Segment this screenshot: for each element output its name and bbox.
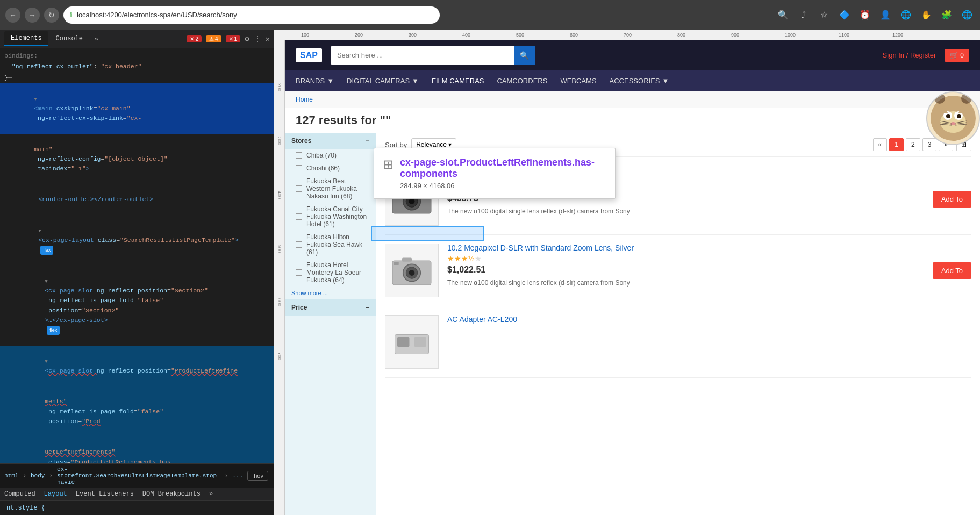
checkbox-choshi[interactable] [296,165,302,171]
search-input[interactable] [331,51,514,59]
main-layout: Elements Console » ✕2 ⚠4 ✕1 ⚙ ⋮ ✕ bindin… [0,30,980,515]
page-prev[interactable]: « [873,138,888,151]
tab-elements[interactable]: Elements [4,31,48,46]
product-image-3 [385,315,439,369]
tab-computed[interactable]: Computed [4,490,35,498]
profile-icon[interactable]: 🌐 [960,8,975,23]
selector-html[interactable]: html [4,473,18,479]
price-collapse-icon[interactable]: − [366,304,369,311]
tab-dom-breakpoints[interactable]: DOM Breakpoints [142,490,201,498]
extension4-icon[interactable]: 🌐 [898,8,913,23]
sidebar-item-fukuoka-hilton[interactable]: Fukuoka Hilton Fukuoka Sea Hawk (61) [285,231,376,259]
nav-film-cameras[interactable]: FILM CAMERAS [432,71,484,90]
page-3[interactable]: 3 [922,138,937,151]
checkbox-chiba[interactable] [296,152,302,159]
code-page-layout[interactable]: <cx-page-layout class="SearchResultsList… [0,215,274,266]
close-icon[interactable]: ✕ [266,34,270,44]
search-button[interactable]: 🔍 [514,46,535,65]
nav-camcorders[interactable]: CAMCORDERS [497,71,547,90]
tab-event-listeners[interactable]: Event Listeners [76,490,134,498]
url-text[interactable]: localhost:4200/electronics-spa/en/USD/se… [77,11,237,19]
nav-digital-cameras[interactable]: DIGITAL CAMERAS ▼ [347,71,419,90]
style-section: nt.style { [0,500,274,515]
checkbox-fukuoka-monterey[interactable] [296,269,302,276]
code-main-element[interactable]: <main cxskiplink="cx-main" ng-reflect-cx… [0,83,274,134]
product-title-3[interactable]: AC Adapter AC-L200 [447,315,971,324]
tab-more[interactable]: » [90,33,103,45]
stores-collapse-icon[interactable]: − [366,137,369,145]
nav-brands[interactable]: BRANDS ▼ [296,71,334,90]
bottom-more[interactable]: » [209,490,213,498]
add-to-cart-btn-2[interactable]: Add To [933,262,971,279]
sidebar-item-fukuoka-monterey[interactable]: Fukuoka Hotel Monterey La Soeur Fukuoka … [285,259,376,287]
selector-cx-storefront[interactable]: cx-storefront.SearchResultsListPageTempl… [57,466,220,485]
sap-app: SAP 🔍 Sign In / Register 🛒 0 BRANDS [285,40,980,515]
checkbox-fukuoka-bw[interactable] [296,185,302,192]
selector-bar: html › body › cx-storefront.SearchResult… [0,463,274,488]
devtools-tab-bar: Elements Console » ✕2 ⚠4 ✕1 ⚙ ⋮ ✕ [0,30,274,48]
code-line[interactable]: bindings: [0,51,274,61]
sidebar-item-fukuoka-bw[interactable]: Fukuoka Best Western Fukuoka Nakasu Inn … [285,175,376,203]
tab-layout[interactable]: Layout [44,490,67,498]
share-icon-btn[interactable]: ⤴ [796,8,811,23]
page-1[interactable]: 1 [889,138,904,151]
settings-icon[interactable]: ⚙ [245,34,249,44]
code-router[interactable]: <router-outlet></router-outlet> [0,184,274,215]
extension1-icon[interactable]: 🔷 [837,8,852,23]
selector-more[interactable]: ... [232,473,243,479]
product-title-2[interactable]: 10.2 Megapixel D-SLR with Standard Zoom … [447,244,924,252]
sidebar-item-label: Fukuoka Canal City Fukuoka Washington Ho… [306,205,369,228]
console-count: ✕1 [226,35,241,42]
bookmark-icon-btn[interactable]: ☆ [817,8,832,23]
back-button[interactable]: ← [5,8,20,23]
extension2-icon[interactable]: ⏰ [857,8,872,23]
nav-accessories[interactable]: ACCESSORIES ▼ [610,71,669,90]
tooltip-content: ⊞ cx-page-slot.ProductLeftRefinements.ha… [383,157,606,190]
nav-webcams[interactable]: WEBCAMS [560,71,596,90]
code-product-left[interactable]: <cx-page-slot ng-reflect-position="Produ… [0,346,274,387]
extension3-icon[interactable]: 👤 [878,8,893,23]
tab-console[interactable]: Console [49,32,89,46]
show-more-stores[interactable]: Show more ... [285,287,376,299]
reload-button[interactable]: ↻ [44,8,59,23]
sign-in-link[interactable]: Sign In / Register [883,51,936,59]
code-line[interactable]: "ng-reflect-cx-outlet": "cx-header" [0,61,274,72]
sidebar-item-fukuoka-canal[interactable]: Fukuoka Canal City Fukuoka Washington Ho… [285,203,376,231]
extension5-icon[interactable]: ✋ [919,8,934,23]
product-info-3: AC Adapter AC-L200 [447,315,971,326]
code-product-left-3[interactable]: uctLeftRefinements" class="ProductLeftRe… [0,437,274,463]
svg-point-20 [957,114,961,118]
more-icon[interactable]: ⋮ [254,34,261,44]
sidebar-item-choshi[interactable]: Choshi (66) [285,162,376,175]
app-frame: 100 200 300 400 500 600 700 800 900 1000… [274,30,980,515]
code-line[interactable]: main" ng-reflect-config="[object Object]… [0,134,274,184]
breadcrumb-home[interactable]: Home [296,96,313,103]
tooltip-dimensions: 284.99 × 4168.06 [400,182,606,190]
product-price-2: $1,022.51 [447,265,924,275]
stores-header: Stores − [285,133,376,149]
product-image-2 [385,244,439,297]
hover-btn[interactable]: .hov [247,471,268,481]
search-icon-btn[interactable]: 🔍 [776,8,791,23]
cart-button[interactable]: 🛒 0 [945,49,969,62]
code-section2[interactable]: <cx-page-slot ng-reflect-position="Secti… [0,266,274,346]
add-to-cart-btn-1[interactable]: Add To [933,191,971,208]
browser-chrome: ← → ↻ ℹ localhost:4200/electronics-spa/e… [0,0,980,30]
extension6-icon[interactable]: 🧩 [939,8,954,23]
sidebar-item-chiba[interactable]: Chiba (70) [285,149,376,162]
header-right: Sign In / Register 🛒 0 [883,49,969,62]
code-line[interactable]: }→ [0,73,274,83]
sidebar-item-label: Fukuoka Hilton Fukuoka Sea Hawk (61) [306,233,369,256]
nav-accessories-label: ACCESSORIES [610,77,660,85]
sidebar-item-label: Fukuoka Best Western Fukuoka Nakasu Inn … [306,177,369,200]
ruler-vertical: 200 300 400 500 600 700 [274,40,285,515]
forward-button[interactable]: → [25,8,40,23]
page-2[interactable]: 2 [906,138,920,151]
code-product-left-2[interactable]: ments" ng-reflect-is-page-fold="false" p… [0,387,274,437]
product-card: AC Adapter AC-L200 [385,306,971,378]
checkbox-fukuoka-hilton[interactable] [296,241,302,248]
camera-svg-2 [388,249,436,292]
checkbox-fukuoka-canal[interactable] [296,213,302,220]
sort-value: Relevance [416,141,447,148]
selector-body[interactable]: body [31,473,45,479]
